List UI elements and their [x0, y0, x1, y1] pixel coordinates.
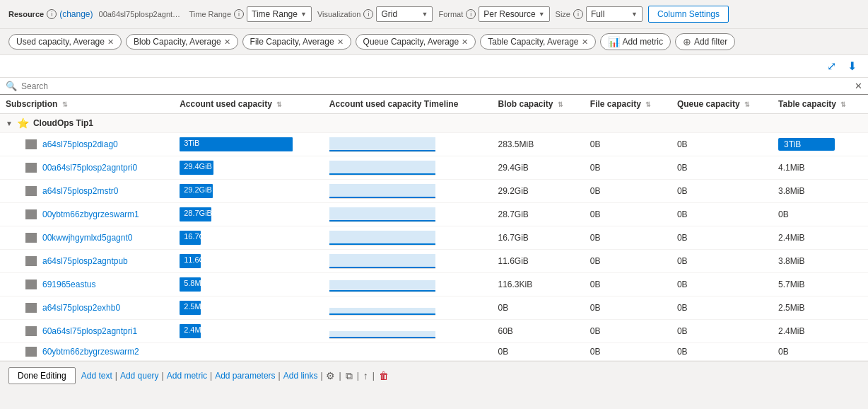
- add-filter-button[interactable]: ⊕ Add filter: [675, 33, 735, 50]
- sort-icon-blob[interactable]: ⇅: [558, 101, 563, 108]
- delete-icon[interactable]: 🗑: [379, 370, 389, 381]
- format-dropdown[interactable]: Per Resource ▼: [479, 6, 549, 22]
- size-info-icon[interactable]: i: [573, 9, 583, 19]
- format-group: Format i Per Resource ▼: [438, 6, 549, 22]
- account-used-cell: 11.6GiB: [174, 250, 324, 273]
- resource-name-link[interactable]: 60ybtm66zbygrzeswarm2: [42, 347, 139, 357]
- filter-chip-close-2[interactable]: ✕: [337, 38, 344, 47]
- resource-info-icon[interactable]: i: [47, 9, 57, 19]
- resource-name-link[interactable]: 00kwwjhgymlxd5gagnt0: [42, 233, 132, 243]
- add-parameters-link[interactable]: Add parameters: [215, 371, 275, 381]
- add-links-link[interactable]: Add links: [283, 371, 318, 381]
- timeline-underline: [329, 290, 435, 292]
- sort-icon-queue[interactable]: ⇅: [744, 101, 750, 108]
- account-used-cell: 29.4GiB: [174, 156, 324, 180]
- sort-icon-file[interactable]: ⇅: [645, 101, 651, 108]
- search-input[interactable]: [21, 81, 855, 91]
- col-blob-capacity: Blob capacity ⇅: [493, 95, 585, 114]
- column-settings-button[interactable]: Column Settings: [648, 6, 729, 23]
- sort-icon-account-used[interactable]: ⇅: [276, 101, 282, 108]
- blob-capacity-cell: 16.7GiB: [493, 226, 585, 250]
- filter-chip-close-0[interactable]: ✕: [107, 38, 114, 47]
- file-capacity-cell: 0B: [585, 226, 671, 250]
- add-metric-link[interactable]: Add metric: [167, 371, 207, 381]
- timeline-bar-fill: [329, 137, 435, 151]
- resource-name-link[interactable]: a64sl75plosp2agntpub: [42, 256, 128, 266]
- table-row: 60a64sl75plosp2agntpri1 2.4MiB 60B0B0B2.…: [0, 320, 868, 343]
- resource-name-link[interactable]: a64sl75plosp2diag0: [42, 139, 118, 149]
- account-used-bar-cell: 16.7GiB: [180, 231, 318, 245]
- change-link[interactable]: (change): [59, 9, 93, 19]
- filter-chip-close-4[interactable]: ✕: [582, 38, 588, 47]
- filter-chip-2[interactable]: File Capacity, Average ✕: [242, 34, 351, 50]
- resource-name-link[interactable]: 691965eastus: [42, 280, 95, 289]
- blob-capacity-cell: 116.3KiB: [493, 273, 585, 296]
- table-capacity-cell: 3.8MiB: [773, 250, 868, 273]
- visualization-dropdown[interactable]: Grid ▼: [376, 6, 433, 22]
- add-filter-icon: ⊕: [683, 36, 691, 47]
- size-label: Size: [556, 10, 570, 18]
- add-query-link[interactable]: Add query: [120, 371, 159, 381]
- search-bar: 🔍 ✕: [0, 77, 868, 95]
- timeline-bar-fill: [329, 207, 435, 221]
- resource-name-link[interactable]: 00a64sl75plosp2agntpri0: [42, 163, 137, 173]
- timeline-cell: [324, 133, 493, 156]
- resource-name-link[interactable]: a64sl75plosp2exhb0: [42, 303, 120, 313]
- copy-icon[interactable]: ⧉: [346, 370, 353, 382]
- account-used-bar-cell: 2.4MiB: [180, 324, 318, 338]
- resource-value-group: 00a64sl75plosp2agntpri...: [99, 10, 184, 18]
- settings-icon[interactable]: ⚙: [326, 370, 335, 381]
- timeline-bar: [329, 137, 435, 152]
- resource-name-link[interactable]: 60a64sl75plosp2agntpri1: [42, 326, 137, 336]
- sort-icon-subscription[interactable]: ⇅: [62, 101, 68, 108]
- timeline-cell: [324, 226, 493, 250]
- timeline-bar: [329, 300, 435, 316]
- file-icon: [25, 233, 37, 243]
- filter-chip-4[interactable]: Table Capacity, Average ✕: [480, 34, 595, 50]
- resource-group: Resource i (change): [8, 9, 93, 19]
- add-metric-button[interactable]: 📊 Add metric: [600, 33, 671, 50]
- size-dropdown[interactable]: Full ▼: [586, 6, 643, 22]
- filter-chip-close-3[interactable]: ✕: [462, 38, 468, 47]
- group-chevron[interactable]: ▼: [6, 120, 13, 127]
- visualization-info-icon[interactable]: i: [363, 9, 373, 19]
- filter-chip-label-3: Queue Capacity, Average: [363, 37, 459, 47]
- filter-chip-close-1[interactable]: ✕: [224, 38, 230, 47]
- account-used-cell: 3TiB: [174, 133, 324, 156]
- search-clear-icon[interactable]: ✕: [855, 81, 862, 91]
- resource-name-link[interactable]: a64sl75plosp2mstr0: [42, 186, 118, 196]
- add-metric-icon: 📊: [608, 36, 620, 47]
- add-text-link[interactable]: Add text: [81, 371, 112, 381]
- time-range-dropdown[interactable]: Time Range ▼: [247, 6, 312, 22]
- resource-name-link[interactable]: 00ybtm66zbygrzeswarm1: [42, 209, 139, 219]
- filter-chip-1[interactable]: Blob Capacity, Average ✕: [126, 34, 238, 50]
- col-table-capacity: Table capacity ⇅: [773, 95, 868, 114]
- col-account-used: Account used capacity ⇅: [174, 95, 324, 114]
- filter-chip-0[interactable]: Used capacity, Average ✕: [8, 34, 122, 50]
- filter-chip-3[interactable]: Queue Capacity, Average ✕: [356, 34, 476, 50]
- col-subscription: Subscription ⇅: [0, 95, 174, 114]
- done-editing-button[interactable]: Done Editing: [8, 367, 76, 384]
- table-capacity-cell: 0B: [773, 343, 868, 361]
- file-capacity-cell: 0B: [585, 156, 671, 180]
- account-used-bar-cell: 11.6GiB: [180, 254, 318, 268]
- file-capacity-cell: 0B: [585, 250, 671, 273]
- account-used-cell: 5.8MiB: [174, 273, 324, 296]
- format-info-icon[interactable]: i: [466, 9, 476, 19]
- timeline-bar-fill: [329, 184, 435, 198]
- time-range-info-icon[interactable]: i: [234, 9, 244, 19]
- download-icon-button[interactable]: ⬇: [845, 58, 860, 74]
- account-used-cell: 2.5MiB: [174, 296, 324, 320]
- queue-capacity-cell: 0B: [671, 320, 773, 343]
- account-used-bar: 11.6GiB: [180, 254, 201, 268]
- file-icon: [25, 139, 37, 149]
- sort-icon-table[interactable]: ⇅: [840, 101, 846, 108]
- subscription-cell: a64sl75plosp2diag0: [0, 133, 174, 156]
- account-used-bar-cell: 29.2GiB: [180, 184, 318, 198]
- export-icon-button[interactable]: ⤢: [824, 58, 839, 74]
- account-used-bar: 29.4GiB: [180, 161, 213, 175]
- blob-capacity-cell: 0B: [493, 343, 585, 361]
- blob-capacity-cell: 0B: [493, 296, 585, 320]
- group-row: ▼ ⭐ CloudOps Tip1: [0, 114, 868, 133]
- move-up-icon[interactable]: ↑: [363, 370, 368, 381]
